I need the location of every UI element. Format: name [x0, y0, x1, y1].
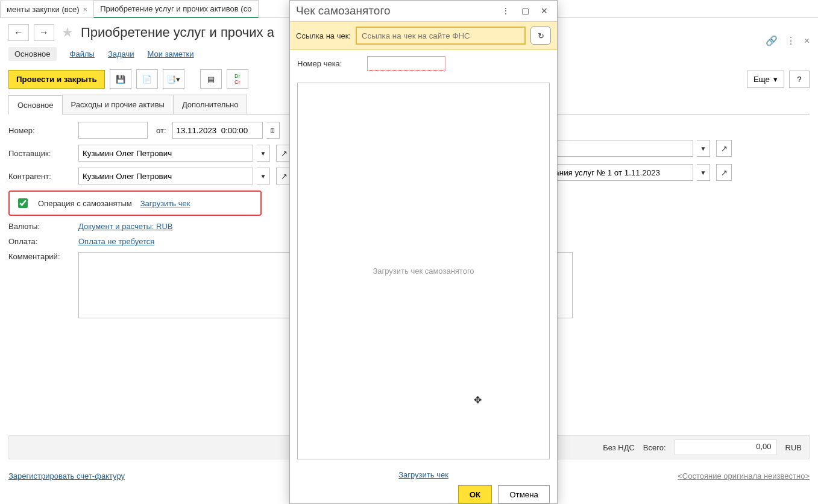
supplier-input[interactable]: [78, 145, 253, 162]
total-amount: 0,00: [675, 439, 777, 455]
modal-footer: Загрузить чек ОК Отмена: [290, 465, 557, 503]
print-button[interactable]: ▤: [200, 69, 222, 89]
number-input[interactable]: [78, 122, 148, 139]
open-icon: ↗: [281, 149, 288, 158]
subtab-expenses[interactable]: Расходы и прочие активы: [62, 95, 174, 114]
cheque-placeholder: Загрузить чек самозанятого: [373, 266, 474, 276]
cheque-number-input[interactable]: [367, 56, 445, 71]
tab-label: Приобретение услуг и прочих активов (со: [100, 4, 251, 13]
section-notes[interactable]: Мои заметки: [148, 49, 194, 58]
close-icon[interactable]: ×: [804, 36, 810, 46]
tab-purchases[interactable]: менты закупки (все) ×: [0, 1, 94, 17]
modal-load-link[interactable]: Загрузить чек: [398, 470, 448, 479]
payment-link[interactable]: Оплата не требуется: [78, 237, 154, 246]
help-button[interactable]: ?: [789, 71, 810, 88]
counterparty-label: Контрагент:: [8, 172, 75, 181]
self-employed-checkbox[interactable]: [18, 198, 28, 208]
supplier-dropdown[interactable]: ▼: [257, 145, 270, 162]
close-icon[interactable]: ×: [83, 5, 88, 14]
cheque-link-input[interactable]: [356, 27, 526, 45]
ok-button[interactable]: ОК: [458, 485, 492, 503]
refresh-icon: ↻: [538, 31, 544, 40]
back-button[interactable]: ←: [8, 24, 29, 41]
total-currency: RUB: [785, 443, 802, 452]
more-button[interactable]: Еще ▾: [747, 71, 784, 88]
section-tasks[interactable]: Задачи: [108, 49, 134, 58]
cancel-button[interactable]: Отмена: [498, 485, 550, 503]
tab-acquisition[interactable]: Приобретение услуг и прочих активов (со: [93, 0, 258, 18]
self-employed-box: Операция с самозанятым Загрузить чек: [8, 191, 262, 216]
counterparty-input[interactable]: [78, 168, 253, 184]
date-input[interactable]: [172, 122, 263, 139]
post-button[interactable]: 📄: [136, 69, 158, 89]
currency-link[interactable]: Документ и расчеты: RUB: [78, 222, 173, 231]
drcr-icon: DrCr: [234, 73, 241, 85]
self-employed-label: Операция с самозанятым: [38, 199, 132, 208]
post-and-close-button[interactable]: Провести и закрыть: [8, 70, 105, 89]
subtab-extra[interactable]: Дополнительно: [173, 95, 248, 114]
organization-input[interactable]: [543, 140, 693, 157]
organization-dropdown[interactable]: ▼: [697, 140, 710, 157]
cheque-link-label: Ссылка на чек:: [296, 31, 351, 40]
load-cheque-link[interactable]: Загрузить чек: [140, 199, 190, 208]
from-label: от:: [156, 126, 166, 135]
modal-link-row: Ссылка на чек: ↻: [290, 21, 557, 50]
maximize-icon[interactable]: ▢: [518, 4, 532, 17]
original-state-link[interactable]: <Состояние оригинала неизвестно>: [678, 471, 810, 480]
list-icon: ▤: [207, 75, 215, 84]
kebab-icon[interactable]: ⋮: [786, 35, 796, 46]
close-icon[interactable]: ✕: [538, 4, 551, 17]
drcr-button[interactable]: DrCr: [227, 69, 248, 89]
cheque-preview: Загрузить чек самозанятого: [297, 83, 550, 459]
save-button[interactable]: 💾: [110, 69, 131, 89]
modal-titlebar: Чек самозанятого ⋮ ▢ ✕: [290, 1, 557, 21]
kebab-icon[interactable]: ⋮: [499, 4, 512, 17]
contract-open[interactable]: ↗: [716, 164, 732, 181]
contract-dropdown[interactable]: ▼: [697, 164, 710, 181]
subtab-main[interactable]: Основное: [8, 95, 63, 115]
post-icon: 📄: [142, 75, 152, 84]
cheque-number-label: Номер чека:: [297, 59, 363, 68]
chevron-down-icon: ▾: [773, 75, 778, 84]
save-icon: 💾: [116, 75, 125, 84]
tab-label: менты закупки (все): [7, 5, 80, 14]
contract-input[interactable]: [543, 164, 693, 181]
payment-label: Оплата:: [8, 237, 75, 246]
section-files[interactable]: Файлы: [70, 49, 95, 58]
calendar-button[interactable]: 🗓: [266, 122, 280, 139]
counterparty-dropdown[interactable]: ▼: [257, 168, 270, 184]
total-label: Всего:: [643, 443, 666, 452]
modal-title: Чек самозанятого: [296, 4, 391, 17]
cheque-modal: Чек самозанятого ⋮ ▢ ✕ Ссылка на чек: ↻ …: [289, 0, 558, 504]
supplier-label: Поставщик:: [8, 149, 75, 158]
header-actions: 🔗 ⋮ ×: [766, 35, 810, 46]
right-fields: ▼ ↗ ▼ ↗: [543, 140, 732, 188]
register-invoice-link[interactable]: Зарегистрировать счет-фактуру: [8, 471, 125, 480]
modal-body: Номер чека: Загрузить чек самозанятого: [290, 50, 557, 465]
page-title: Приобретение услуг и прочих а: [81, 25, 274, 40]
copy-icon: 📑▾: [166, 75, 180, 84]
section-main[interactable]: Основное: [8, 47, 57, 61]
number-label: Номер:: [8, 126, 75, 135]
forward-button[interactable]: →: [34, 24, 54, 41]
link-icon[interactable]: 🔗: [766, 35, 778, 46]
calendar-icon: 🗓: [269, 127, 275, 134]
organization-open[interactable]: ↗: [716, 140, 732, 157]
open-icon: ↗: [281, 172, 288, 181]
refresh-button[interactable]: ↻: [530, 27, 551, 45]
favorite-icon[interactable]: ★: [61, 25, 74, 40]
no-vat-label: Без НДС: [603, 443, 635, 452]
create-based-button[interactable]: 📑▾: [163, 69, 184, 89]
comment-label: Комментарий:: [8, 252, 75, 261]
currency-label: Валюты:: [8, 222, 75, 231]
